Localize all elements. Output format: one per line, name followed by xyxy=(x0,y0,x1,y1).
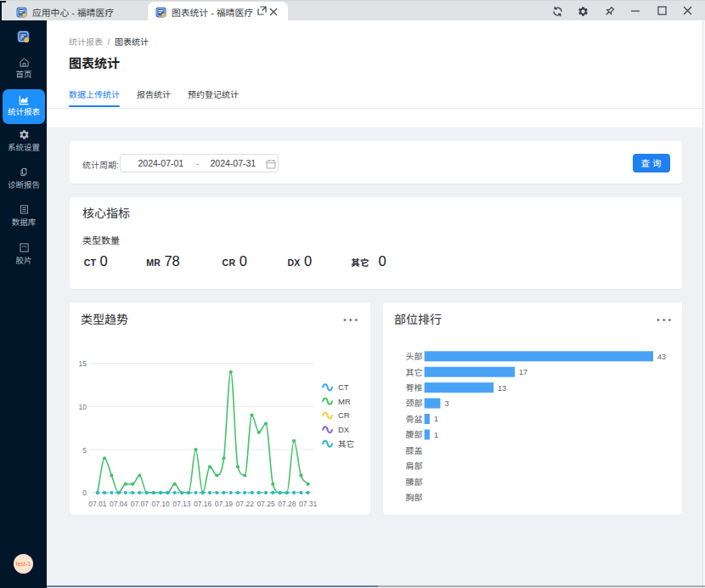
svg-text:07.01: 07.01 xyxy=(88,500,107,508)
svg-text:1: 1 xyxy=(434,415,438,423)
svg-text:07.13: 07.13 xyxy=(172,500,191,508)
svg-text:0: 0 xyxy=(82,489,87,497)
svg-text:CT: CT xyxy=(338,382,349,392)
svg-text:3: 3 xyxy=(444,399,448,408)
svg-text:07.10: 07.10 xyxy=(151,500,170,508)
svg-text:骨盆: 骨盆 xyxy=(406,415,423,424)
svg-text:07.07: 07.07 xyxy=(131,500,149,508)
svg-text:其它: 其它 xyxy=(406,368,423,377)
svg-text:胸部: 胸部 xyxy=(406,493,423,502)
svg-text:07.25: 07.25 xyxy=(257,500,275,508)
svg-text:07.31: 07.31 xyxy=(299,500,318,508)
svg-text:头部: 头部 xyxy=(406,352,423,361)
svg-text:07.16: 07.16 xyxy=(194,500,212,508)
svg-text:07.19: 07.19 xyxy=(215,500,234,508)
svg-text:腹部: 腹部 xyxy=(406,430,423,439)
svg-text:10: 10 xyxy=(79,403,87,411)
svg-text:07.04: 07.04 xyxy=(110,500,128,508)
svg-text:1: 1 xyxy=(434,431,438,439)
svg-text:DX: DX xyxy=(338,425,350,434)
svg-text:其它: 其它 xyxy=(338,439,354,449)
svg-text:15: 15 xyxy=(79,359,87,368)
svg-text:颈部: 颈部 xyxy=(406,399,423,408)
svg-text:肩部: 肩部 xyxy=(406,461,423,471)
svg-text:膝盖: 膝盖 xyxy=(406,446,423,455)
svg-text:07.28: 07.28 xyxy=(278,500,296,508)
svg-text:腰部: 腰部 xyxy=(406,478,423,487)
svg-text:CR: CR xyxy=(338,410,350,420)
svg-text:43: 43 xyxy=(657,353,666,361)
svg-text:5: 5 xyxy=(82,446,87,455)
svg-text:07.22: 07.22 xyxy=(236,500,255,508)
svg-text:脊椎: 脊椎 xyxy=(406,383,423,393)
svg-text:MR: MR xyxy=(338,397,351,406)
svg-text:17: 17 xyxy=(519,368,527,376)
svg-text:13: 13 xyxy=(498,384,506,393)
